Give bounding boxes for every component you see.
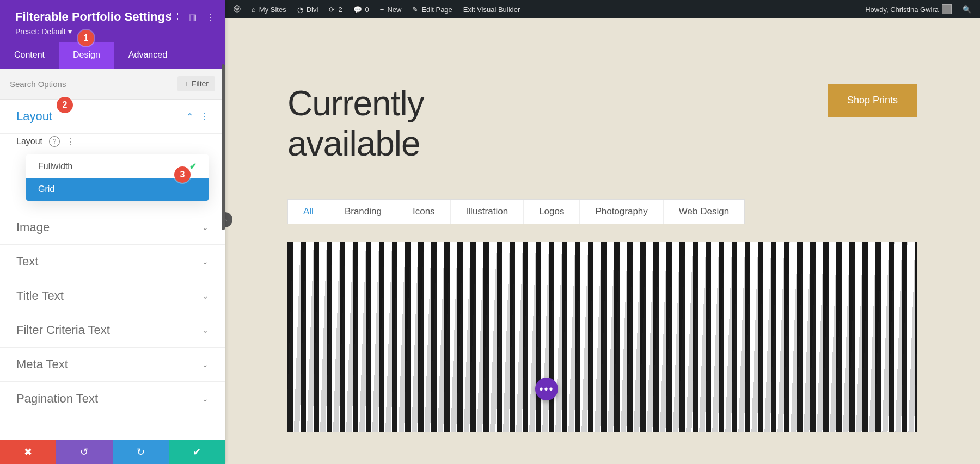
search-icon: 🔍 xyxy=(963,5,971,14)
redo-icon: ↻ xyxy=(137,446,145,458)
filter-branding[interactable]: Branding xyxy=(329,200,397,224)
my-sites-link[interactable]: ⌂My Sites xyxy=(246,0,292,18)
annotation-badge-1: 1 xyxy=(78,30,94,46)
filter-logos[interactable]: Logos xyxy=(524,200,580,224)
exit-builder-link[interactable]: Exit Visual Builder xyxy=(458,0,526,18)
filter-all[interactable]: All xyxy=(288,200,329,224)
module-actions-fab[interactable]: ••• xyxy=(535,378,558,400)
wordpress-icon: ⓦ xyxy=(234,4,241,14)
chevron-down-icon: ⌄ xyxy=(202,223,209,232)
chevron-down-icon: ⌄ xyxy=(202,257,209,266)
plus-icon: + xyxy=(380,5,384,14)
chevron-up-icon: ⌃ xyxy=(186,112,193,122)
section-filter-criteria[interactable]: Filter Criteria Text⌄ xyxy=(0,313,225,348)
layout-field-label: Layout xyxy=(16,137,42,146)
comments-count: 0 xyxy=(365,5,369,14)
edit-page-label: Edit Page xyxy=(421,5,452,14)
comments-link[interactable]: 💬0 xyxy=(348,0,375,18)
refresh-icon: ⟳ xyxy=(329,5,335,14)
edit-page-link[interactable]: ✎Edit Page xyxy=(407,0,457,18)
ellipsis-icon: ••• xyxy=(539,383,554,395)
page-title: Currentlyavailable xyxy=(287,84,424,164)
section-image[interactable]: Image⌄ xyxy=(0,211,225,245)
search-toggle[interactable]: 🔍 xyxy=(957,0,977,18)
chevron-down-icon: ⌄ xyxy=(202,394,209,403)
filter-web-design[interactable]: Web Design xyxy=(664,200,744,224)
site-name-link[interactable]: ◔Divi xyxy=(292,0,324,18)
howdy-label: Howdy, Christina Gwira xyxy=(865,5,939,14)
search-input[interactable]: Search Options xyxy=(10,79,172,89)
close-icon: ✖ xyxy=(24,446,32,458)
more-icon[interactable]: ⋮ xyxy=(206,12,215,22)
filter-illustration[interactable]: Illustration xyxy=(451,200,524,224)
check-icon: ✔ xyxy=(189,161,197,171)
responsive-icon[interactable]: ▥ xyxy=(188,12,197,22)
panel-scrollbar[interactable] xyxy=(222,64,225,230)
comment-icon: 💬 xyxy=(353,5,362,14)
check-icon: ✔ xyxy=(193,446,201,458)
page-preview: ↔ Currentlyavailable Shop Prints All Bra… xyxy=(225,18,980,464)
section-text[interactable]: Text⌄ xyxy=(0,245,225,279)
field-options-icon[interactable]: ⋮ xyxy=(66,137,74,147)
filter-photography[interactable]: Photography xyxy=(580,200,663,224)
tab-design[interactable]: Design xyxy=(59,42,114,69)
panel-header: Filterable Portfolio Settings Preset: De… xyxy=(0,0,225,42)
sites-icon: ⌂ xyxy=(252,5,256,14)
portfolio-item-image[interactable] xyxy=(287,242,917,432)
wp-logo[interactable]: ⓦ xyxy=(228,0,246,18)
section-title-text[interactable]: Title Text⌄ xyxy=(0,279,225,313)
tab-advanced[interactable]: Advanced xyxy=(114,42,181,69)
wp-admin-bar: ⓦ ⌂My Sites ◔Divi ⟳2 💬0 +New ✎Edit Page … xyxy=(225,0,980,18)
redo-button[interactable]: ↻ xyxy=(113,440,169,464)
dots-icon[interactable]: ⋮ xyxy=(200,112,209,122)
exit-builder-label: Exit Visual Builder xyxy=(463,5,520,14)
settings-panel: Filterable Portfolio Settings Preset: De… xyxy=(0,0,225,464)
hero-row: Currentlyavailable Shop Prints xyxy=(287,84,917,164)
new-label: New xyxy=(387,5,401,14)
search-row: Search Options +Filter xyxy=(0,69,225,100)
cancel-button[interactable]: ✖ xyxy=(0,440,56,464)
portfolio-filter-tabs: All Branding Icons Illustration Logos Ph… xyxy=(287,199,745,224)
expand-icon[interactable]: ⛶ xyxy=(170,12,179,22)
updates-link[interactable]: ⟳2 xyxy=(323,0,347,18)
help-icon[interactable]: ? xyxy=(49,136,60,147)
preset-selector[interactable]: Preset: Default▾ xyxy=(15,27,212,36)
section-layout[interactable]: Layout ⌃⋮ xyxy=(0,100,225,134)
site-name-label: Divi xyxy=(307,5,318,14)
panel-tabs: Content Design Advanced xyxy=(0,42,225,69)
filter-icons[interactable]: Icons xyxy=(397,200,451,224)
undo-icon: ↺ xyxy=(80,446,88,458)
layout-section-body: Layout ? ⋮ Fullwidth ✔ Grid xyxy=(0,136,225,211)
chevron-down-icon: ⌄ xyxy=(202,326,209,335)
section-meta-text[interactable]: Meta Text⌄ xyxy=(0,348,225,382)
annotation-badge-3: 3 xyxy=(174,166,191,183)
annotation-badge-2: 2 xyxy=(57,97,73,113)
chevron-down-icon: ⌄ xyxy=(202,360,209,369)
shop-prints-button[interactable]: Shop Prints xyxy=(828,84,917,117)
plus-icon: + xyxy=(184,79,188,88)
caret-down-icon: ▾ xyxy=(68,27,72,36)
chevron-down-icon: ⌄ xyxy=(202,292,209,300)
updates-count: 2 xyxy=(338,5,342,14)
howdy-link[interactable]: Howdy, Christina Gwira xyxy=(860,0,957,18)
filter-button[interactable]: +Filter xyxy=(177,76,215,91)
save-button[interactable]: ✔ xyxy=(169,440,225,464)
panel-footer: ✖ ↺ ↻ ✔ xyxy=(0,440,225,464)
section-pagination-text[interactable]: Pagination Text⌄ xyxy=(0,382,225,416)
pencil-icon: ✎ xyxy=(412,5,418,14)
new-link[interactable]: +New xyxy=(375,0,407,18)
meter-icon: ◔ xyxy=(297,5,303,14)
undo-button[interactable]: ↺ xyxy=(56,440,112,464)
section-list[interactable]: Layout ⌃⋮ Layout ? ⋮ Fullwidth ✔ Grid Im… xyxy=(0,100,225,440)
tab-content[interactable]: Content xyxy=(0,42,59,69)
avatar xyxy=(942,4,952,14)
my-sites-label: My Sites xyxy=(259,5,286,14)
